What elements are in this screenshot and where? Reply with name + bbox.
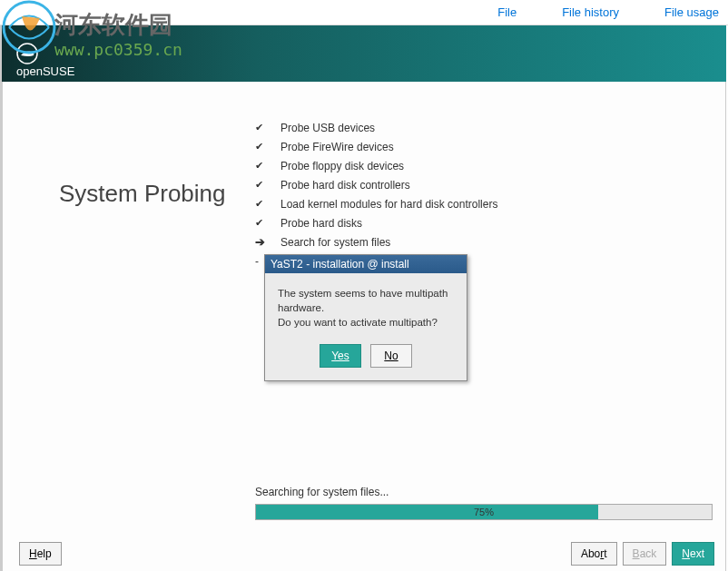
probe-label: Probe floppy disk devices [280, 160, 404, 172]
abort-button[interactable]: Abort [571, 542, 617, 566]
yes-button[interactable]: Yes [320, 344, 361, 368]
brand-text: openSUSE [16, 64, 74, 78]
top-nav: File File history File usage [0, 0, 728, 25]
probe-label: Load kernel modules for hard disk contro… [280, 198, 497, 211]
nav-file[interactable]: File [497, 5, 516, 19]
progress-text: 75% [256, 505, 712, 519]
check-icon: ✔ [255, 198, 280, 210]
probe-label: Probe FireWire devices [280, 141, 394, 153]
dialog-line1: The system seems to have multipath hardw… [278, 286, 454, 315]
dialog-body: The system seems to have multipath hardw… [265, 273, 467, 339]
probe-list: ✔ Probe USB devices ✔ Probe FireWire dev… [255, 118, 497, 271]
probe-label: Probe USB devices [280, 122, 375, 134]
no-button[interactable]: No [370, 344, 412, 368]
svg-point-2 [30, 52, 32, 54]
progress-area: Searching for system files... 75% [255, 486, 713, 520]
header-band: openSUSE [2, 25, 726, 82]
probe-item: ✔ Load kernel modules for hard disk cont… [255, 194, 497, 213]
check-icon: ✔ [255, 217, 280, 229]
gecko-icon [16, 43, 38, 64]
probe-label: Probe hard disks [280, 217, 362, 230]
page-title: System Probing [59, 180, 226, 208]
probe-item: ➔ Search for system files [255, 232, 497, 251]
probe-label: Search for system files [280, 236, 390, 249]
next-button[interactable]: Next [672, 542, 714, 566]
check-icon: ✔ [255, 122, 280, 133]
content-area: System Probing ✔ Probe USB devices ✔ Pro… [2, 82, 726, 537]
multipath-dialog: YaST2 - installation @ install The syste… [264, 254, 467, 381]
dialog-title: YaST2 - installation @ install [265, 255, 467, 273]
dialog-line2: Do you want to activate multipath? [278, 315, 454, 330]
nav-file-history[interactable]: File history [562, 5, 619, 19]
check-icon: ✔ [255, 160, 280, 172]
probe-item: ✔ Probe hard disks [255, 213, 497, 232]
probe-item: ✔ Probe floppy disk devices [255, 156, 497, 175]
progress-label: Searching for system files... [255, 486, 713, 498]
footer: Help Abort Back Next [2, 537, 726, 571]
nav-file-usage[interactable]: File usage [664, 5, 719, 19]
opensuse-logo: openSUSE [16, 43, 74, 78]
check-icon: ✔ [255, 179, 280, 191]
progress-bar: 75% [255, 504, 713, 520]
arrow-right-icon: ➔ [255, 235, 280, 249]
probe-label: Probe hard disk controllers [280, 179, 410, 192]
back-button: Back [623, 542, 667, 566]
help-button[interactable]: Help [19, 542, 62, 566]
check-icon: ✔ [255, 141, 280, 153]
probe-item: ✔ Probe FireWire devices [255, 137, 497, 156]
probe-item: ✔ Probe USB devices [255, 118, 497, 137]
probe-item: ✔ Probe hard disk controllers [255, 175, 497, 194]
